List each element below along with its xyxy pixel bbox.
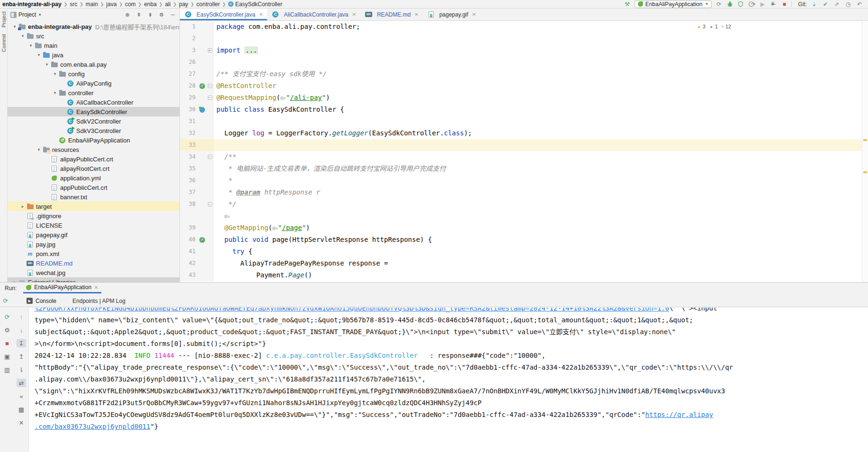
console-link[interactable]: .com/bax03673u2wxpj6ynpld0011	[35, 423, 150, 430]
spring-component-gutter-icon[interactable]	[199, 107, 205, 113]
run-configuration-combo[interactable]: EnbaAliPayApplication ▼	[635, 0, 712, 8]
globe-inlay-icon[interactable]: ◎˅	[280, 94, 286, 101]
hide-panel-icon[interactable]: ─	[169, 11, 177, 18]
close-icon[interactable]: ✕	[259, 12, 263, 17]
git-history-icon[interactable]: ◷	[844, 0, 852, 8]
stop-icon[interactable]: ■	[2, 339, 12, 347]
breadcrumb[interactable]: enba-integrate-ali-pay❯src❯main❯java❯com…	[2, 1, 283, 8]
fold-marker-icon[interactable]: −	[208, 202, 212, 206]
tree-chevron-icon[interactable]: ▾	[44, 62, 50, 67]
project-panel-title[interactable]: Project	[18, 11, 36, 18]
tree-item[interactable]: ↺EnbaAliPayApplication	[8, 135, 179, 145]
spring-bean-gutter-icon[interactable]: ✓	[199, 83, 205, 89]
tree-item[interactable]: C▶SdkV2Controller	[8, 116, 179, 126]
editor-area[interactable]: CEasySdkController.java✕CAliCallbackCont…	[180, 9, 868, 282]
run-content-tab[interactable]: EnbaAliPayApplication ✕	[23, 283, 101, 293]
tree-item[interactable]: ▾controller	[8, 88, 179, 97]
scroll-to-end-icon[interactable]: ↧	[17, 339, 26, 347]
tree-item[interactable]: appPublicCert.crt	[8, 183, 179, 192]
screenshot-icon[interactable]: ▣	[2, 352, 12, 361]
breadcrumb-item[interactable]: java	[106, 1, 116, 8]
rerun-icon[interactable]: ⟳	[3, 297, 8, 304]
fold-marker-icon[interactable]: −	[208, 84, 212, 88]
tree-item[interactable]: ▾config	[8, 69, 179, 79]
tree-item[interactable]: ▾src	[8, 31, 179, 41]
console-output[interactable]: %2FdUOR7xxFhGYUxFkEiNGd4DIbbhbbmEq%2FDAR…	[28, 308, 868, 452]
down-stack-trace-icon[interactable]: ↓	[17, 326, 26, 334]
breadcrumb-item[interactable]: enba-integrate-ali-pay	[2, 1, 62, 8]
tree-item[interactable]: MDREADME.md	[8, 258, 179, 268]
breadcrumb-item[interactable]: enba	[144, 1, 157, 8]
fold-marker-icon[interactable]: −	[208, 155, 212, 159]
close-icon[interactable]: ✕	[94, 285, 98, 290]
tree-item[interactable]: alipayPublicCert.crt	[8, 154, 179, 164]
tree-item[interactable]: ▸target	[8, 202, 179, 211]
tree-item[interactable]: application.yml	[8, 173, 179, 183]
tree-item[interactable]: CEasySdkController	[8, 107, 179, 116]
stripe-button-project[interactable]: Project	[1, 11, 7, 27]
tree-item[interactable]: wechat.jpg	[8, 268, 179, 277]
editor-tab[interactable]: pagepay.gif✕	[423, 9, 481, 20]
project-tree[interactable]: ▾enba-integrate-ali-pay D:\恩爸编程脚手架系列\184…	[8, 21, 179, 282]
rerun-icon[interactable]: ⟳	[715, 0, 723, 8]
tree-chevron-icon[interactable]: ▾	[27, 43, 34, 48]
breadcrumb-item[interactable]: main	[86, 1, 98, 8]
endpoint-inlay-icon[interactable]: ◎˅	[224, 212, 230, 220]
run-disabled-icon[interactable]: ▶	[759, 0, 766, 8]
restore-layout-icon[interactable]: ▥	[2, 365, 12, 374]
close-icon[interactable]: ✕	[414, 12, 418, 17]
close-icon[interactable]: ✕	[352, 12, 356, 17]
prev-occurrence-icon[interactable]: ↥	[17, 352, 26, 361]
next-occurrence-icon[interactable]: ⇂	[17, 365, 26, 374]
editor-tab[interactable]: MDREADME.md✕	[360, 9, 423, 20]
locate-icon[interactable]: ⊕	[124, 11, 131, 18]
tree-item[interactable]: CAliPayConfig	[8, 79, 179, 88]
tree-item[interactable]: LICENSE	[8, 221, 179, 230]
spring-bean-gutter-icon[interactable]: ✓	[199, 237, 205, 243]
tree-item[interactable]: mpom.xml	[8, 249, 179, 258]
tab-endpoints[interactable]: Endpoints | APM Log	[72, 298, 125, 304]
git-push-icon[interactable]: ⇗	[833, 0, 841, 8]
tree-item[interactable]: ▾enba-integrate-ali-pay D:\恩爸编程脚手架系列\184…	[8, 22, 179, 31]
console-link[interactable]: %2FdUOR7xxFhGYUxFkEiNGd4DIbbhbbmEq%2FDAR…	[35, 308, 669, 312]
clear-all-icon[interactable]: ✕	[17, 418, 26, 427]
tree-item[interactable]: CAliCallbackController	[8, 97, 179, 107]
settings-gear-icon[interactable]: ⚙	[2, 326, 12, 334]
attach-debugger-icon[interactable]	[770, 0, 777, 8]
tree-chevron-icon[interactable]: ▾	[36, 53, 42, 57]
globe-inlay-icon[interactable]: ◎˅	[272, 224, 278, 231]
print-icon[interactable]: ▦	[17, 405, 26, 414]
git-commit-icon[interactable]: ✔	[822, 0, 829, 8]
scroll-left-icon[interactable]: «	[17, 392, 26, 400]
fold-marker-icon[interactable]: −	[208, 96, 212, 100]
chevron-down-icon[interactable]: ▼	[38, 13, 42, 17]
console-link[interactable]: https://qr.alipay	[645, 411, 713, 418]
editor-tab[interactable]: CEasySdkController.java✕	[180, 9, 267, 20]
tree-item[interactable]: banner.txt	[8, 192, 179, 202]
settings-gear-icon[interactable]: ⚙	[158, 11, 165, 18]
git-update-icon[interactable]: ⇣	[810, 0, 818, 8]
stripe-button-commit[interactable]: Commit	[1, 34, 7, 52]
breadcrumb-item[interactable]: controller	[197, 1, 220, 8]
expand-all-icon[interactable]: ⇞	[135, 11, 143, 18]
warning-stripe-mark[interactable]	[863, 139, 867, 141]
up-stack-trace-icon[interactable]: ↑	[17, 312, 26, 321]
breadcrumb-item[interactable]: com	[125, 1, 136, 8]
editor-scrollbar[interactable]	[862, 21, 868, 282]
stop-icon[interactable]: ■	[780, 0, 788, 8]
build-hammer-icon[interactable]: ⚒	[624, 0, 631, 8]
code-editor[interactable]: 1package com.enba.ali.pay.controller;23+…	[180, 21, 862, 282]
warning-stripe-mark[interactable]	[863, 171, 867, 173]
tree-chevron-icon[interactable]: ▾	[36, 147, 42, 152]
close-icon[interactable]: ✕	[472, 12, 476, 17]
git-rollback-icon[interactable]: ↶	[856, 0, 863, 8]
tree-chevron-icon[interactable]: ▾	[11, 24, 18, 29]
tree-item[interactable]: ▸▤External Libraries	[8, 277, 179, 282]
tree-item[interactable]: ▾resources	[8, 145, 179, 154]
tree-chevron-icon[interactable]: ▾	[52, 90, 58, 95]
tree-item[interactable]: ▾main	[8, 41, 179, 50]
tree-chevron-icon[interactable]: ▾	[19, 34, 26, 38]
collapse-all-icon[interactable]: ⇟	[146, 11, 154, 18]
rerun-icon[interactable]: ⟳	[2, 312, 12, 321]
tree-item[interactable]: .gitignore	[8, 211, 179, 221]
